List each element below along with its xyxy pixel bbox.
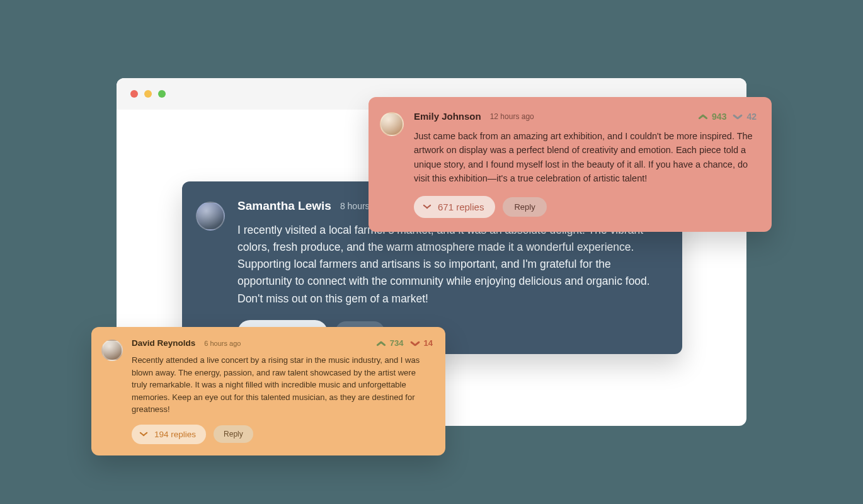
replies-button[interactable]: 194 replies (132, 425, 206, 444)
vote-group: 734 14 (376, 338, 433, 348)
comment-body: I recently visited a local farmer's mark… (237, 222, 663, 307)
chevron-up-icon (698, 113, 708, 120)
reply-button[interactable]: Reply (214, 425, 253, 443)
comment-header: David Reynolds 6 hours ago 734 14 (132, 338, 433, 348)
chevron-up-icon (376, 340, 386, 346)
chevron-down-icon (139, 432, 148, 437)
timestamp: 12 hours ago (490, 112, 534, 121)
author-name: David Reynolds (132, 338, 195, 348)
downvote-count: 14 (424, 338, 433, 348)
comment-body: Just came back from an amazing art exhib… (414, 129, 757, 186)
timestamp: 6 hours ago (204, 340, 241, 347)
upvote-count: 943 (712, 112, 726, 122)
replies-count-label: 194 replies (154, 430, 196, 439)
downvote-count: 42 (746, 112, 757, 122)
comment-header: Emily Johnson 12 hours ago 943 42 (414, 111, 757, 122)
window-zoom-icon[interactable] (158, 90, 166, 98)
replies-count-label: 671 replies (438, 202, 484, 212)
author-name: Samantha Lewis (237, 199, 331, 213)
reply-button[interactable]: Reply (503, 197, 546, 217)
window-minimize-icon[interactable] (144, 90, 152, 98)
comment-card-david: David Reynolds 6 hours ago 734 14 Recent… (91, 327, 445, 455)
avatar (101, 340, 123, 361)
avatar (380, 112, 404, 136)
comment-card-emily: Emily Johnson 12 hours ago 943 42 Just c… (369, 97, 772, 232)
comment-content: Emily Johnson 12 hours ago 943 42 Just c… (414, 111, 757, 218)
chevron-down-icon (733, 113, 743, 120)
comment-body: Recently attended a live concert by a ri… (132, 354, 433, 416)
window-close-icon[interactable] (130, 90, 138, 98)
author-name: Emily Johnson (414, 111, 481, 122)
upvote-button[interactable]: 943 (698, 112, 726, 122)
reply-label: Reply (514, 202, 535, 212)
chevron-down-icon (423, 204, 432, 210)
comment-actions: 671 replies Reply (414, 196, 757, 218)
reply-label: Reply (224, 430, 243, 438)
replies-button[interactable]: 671 replies (414, 196, 495, 218)
downvote-button[interactable]: 14 (410, 338, 433, 348)
avatar (196, 202, 225, 231)
vote-group: 943 42 (698, 112, 757, 122)
downvote-button[interactable]: 42 (733, 112, 757, 122)
chevron-down-icon (410, 340, 420, 346)
comment-content: David Reynolds 6 hours ago 734 14 Recent… (132, 338, 433, 444)
upvote-button[interactable]: 734 (376, 338, 404, 348)
upvote-count: 734 (390, 338, 404, 348)
comment-actions: 194 replies Reply (132, 425, 433, 444)
